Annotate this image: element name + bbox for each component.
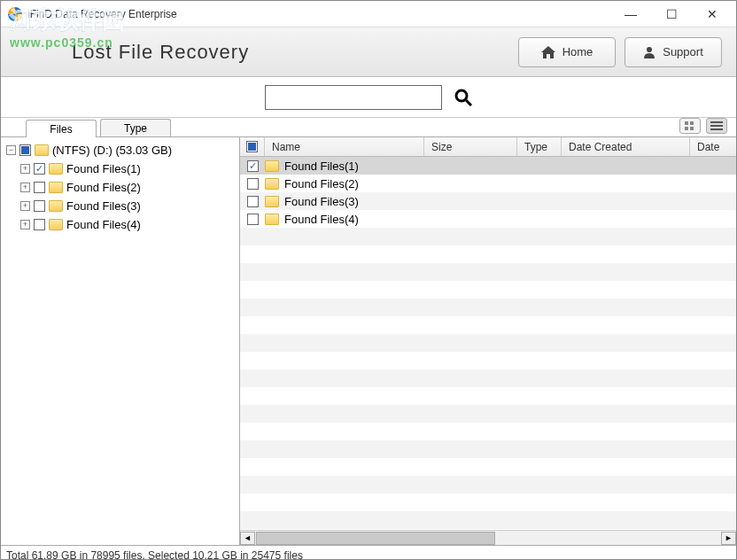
svg-point-0 [647,47,652,52]
svg-rect-5 [685,127,688,130]
tree-item-checkbox[interactable] [34,163,45,175]
list-row-empty [240,352,736,369]
close-button[interactable]: ✕ [692,1,733,27]
list-panel: Name Size Type Date Created Date Found F… [240,137,736,545]
tree-item-label: Found Files(4) [66,218,141,231]
list-row-empty [240,263,736,281]
svg-line-2 [466,100,471,105]
home-icon [541,46,555,58]
tree-item[interactable]: +Found Files(3) [3,197,237,215]
collapse-icon[interactable]: − [6,145,16,155]
list-row-checkbox[interactable] [247,160,259,172]
folder-icon [49,182,63,193]
folder-icon [265,160,279,172]
tree-item[interactable]: +Found Files(4) [3,215,237,234]
tree-item-checkbox[interactable] [34,182,45,193]
app-icon [8,7,22,21]
svg-rect-3 [685,121,688,125]
svg-rect-6 [690,127,694,130]
support-label: Support [663,45,703,58]
list-row-empty [240,458,736,476]
col-type[interactable]: Type [517,137,562,156]
tree-item[interactable]: +Found Files(1) [3,159,237,178]
svg-rect-4 [690,121,694,125]
home-label: Home [562,45,593,58]
folder-icon [35,144,49,156]
tree-panel: − (NTFS) (D:) (53.03 GB) +Found Files(1)… [1,137,240,545]
folder-icon [49,200,63,212]
scroll-thumb[interactable] [256,532,495,545]
main: − (NTFS) (D:) (53.03 GB) +Found Files(1)… [1,137,736,545]
tab-row: Files Type [1,118,736,137]
support-button[interactable]: Support [625,37,722,67]
page-title: Lost File Recovery [72,41,509,64]
list-header-checkbox[interactable] [246,141,258,152]
user-icon [643,46,656,58]
list-row-checkbox[interactable] [247,214,259,225]
tree-item[interactable]: +Found Files(2) [3,178,237,197]
scroll-left-icon[interactable]: ◄ [240,532,255,545]
tab-files[interactable]: Files [26,120,97,137]
list-row[interactable]: Found Files(3) [240,192,736,210]
list-row-empty [240,245,736,263]
folder-icon [265,214,279,225]
horizontal-scrollbar[interactable]: ◄ ► [240,530,736,545]
list-row-empty [240,387,736,405]
status-bar: Total 61.89 GB in 78995 files, Selected … [1,545,736,560]
list-row-checkbox[interactable] [247,196,259,207]
list-row[interactable]: Found Files(1) [240,157,736,175]
list-row-empty [240,494,736,511]
folder-icon [49,163,63,175]
list-row[interactable]: Found Files(2) [240,175,736,192]
home-button[interactable]: Home [518,37,616,67]
tree-item-checkbox[interactable] [34,200,45,212]
list-row-empty [240,316,736,334]
search-icon[interactable] [454,89,472,106]
list-row-empty [240,369,736,387]
view-list-button[interactable] [706,118,727,134]
expand-icon[interactable]: + [20,220,30,229]
maximize-button[interactable]: ☐ [651,1,692,27]
search-input[interactable] [265,85,442,110]
expand-icon[interactable]: + [20,183,30,192]
col-date-created[interactable]: Date Created [562,137,690,156]
tree-item-label: Found Files(1) [66,162,141,175]
scroll-right-icon[interactable]: ► [721,532,736,545]
list-row-name: Found Files(3) [284,195,359,208]
list-row-checkbox[interactable] [247,178,259,190]
view-grid-button[interactable] [679,118,701,134]
list-row-name: Found Files(4) [284,213,359,226]
list-row-name: Found Files(2) [284,177,359,191]
col-size[interactable]: Size [424,137,517,156]
tree-root-label: (NTFS) (D:) (53.03 GB) [52,144,172,157]
list-row-empty [240,228,736,245]
list-row-empty [240,405,736,423]
list-row-empty [240,440,736,458]
col-name[interactable]: Name [265,137,424,156]
tree-item-label: Found Files(3) [66,199,141,213]
tree-root-checkbox[interactable] [19,144,31,156]
window-title: iFinD Data Recovery Enterprise [27,8,610,20]
folder-icon [265,178,279,190]
list-row-empty [240,476,736,494]
tree-root[interactable]: − (NTFS) (D:) (53.03 GB) [3,141,237,159]
list-body: Found Files(1)Found Files(2)Found Files(… [240,157,736,530]
list-header: Name Size Type Date Created Date [240,137,736,157]
list-row[interactable]: Found Files(4) [240,210,736,228]
tab-type[interactable]: Type [100,119,171,136]
folder-icon [265,196,279,207]
list-row-empty [240,281,736,299]
col-date[interactable]: Date [690,137,736,156]
list-row-empty [240,299,736,316]
list-row-empty [240,334,736,352]
expand-icon[interactable]: + [20,201,30,211]
tree-item-label: Found Files(2) [66,181,141,194]
list-row-empty [240,511,736,529]
titlebar: iFinD Data Recovery Enterprise — ☐ ✕ [1,1,736,27]
expand-icon[interactable]: + [20,164,30,174]
svg-point-1 [456,90,467,101]
list-row-name: Found Files(1) [284,159,359,173]
minimize-button[interactable]: — [610,1,651,27]
tree-item-checkbox[interactable] [34,219,45,230]
folder-icon [49,219,63,230]
